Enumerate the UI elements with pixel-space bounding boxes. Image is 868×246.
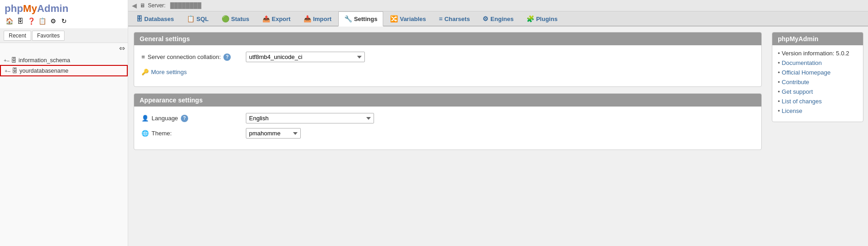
general-settings-body: ≡ Server connection collation: ? utf8mb4… [134,45,761,86]
tab-status-label: Status [231,16,250,22]
pma-homepage-item: Official Homepage [778,69,857,76]
theme-select[interactable]: pmahomme original metro [246,128,301,139]
key-icon: 🔑 [141,69,149,75]
theme-row: 🌐 Theme: pmahomme original metro [141,128,754,139]
tab-engines[interactable]: ⚙ Engines [477,11,520,26]
settings-tab-icon: 🔧 [344,15,352,22]
logo-admin: Admin [37,3,68,14]
right-panel: phpMyAdmin Version information: 5.0.2 Do… [767,27,868,246]
databases-tab-icon: 🗄 [136,15,142,22]
sidebar: phpMyAdmin 🏠 🗄 ❓ 📋 ⚙ ↻ Recent Favorites … [0,0,128,246]
import-tab-icon: 📥 [304,15,311,22]
appearance-settings-box: Appearance settings 👤 Language ? English… [134,93,762,150]
favorites-tab[interactable]: Favorites [32,31,65,41]
language-label: 👤 Language ? [141,115,242,122]
language-row: 👤 Language ? English Deutsch Français Es… [141,113,754,123]
status-tab-icon: 🟢 [222,15,229,22]
server-label: Server: [148,2,166,9]
tab-plugins-label: Plugins [536,16,558,22]
pma-changes-link[interactable]: List of changes [782,98,822,105]
db-icon[interactable]: 🗄 [16,16,25,26]
pma-info-box: phpMyAdmin Version information: 5.0.2 Do… [772,32,863,122]
more-settings-row: 🔑 More settings [141,67,754,75]
server-name: ████████ [168,2,203,9]
home-icon[interactable]: 🏠 [5,16,14,26]
db-name-yourdatabasename: yourdatabasename [20,68,69,74]
pma-version-item: Version information: 5.0.2 [778,50,857,57]
tab-export[interactable]: 📤 Export [256,11,297,26]
refresh-icon[interactable]: ↻ [60,16,69,26]
general-settings-header: General settings [134,32,761,45]
expand-icon-2: +– [5,68,11,74]
pma-contribute-item: Contribute [778,79,857,86]
pma-version-text: Version information: 5.0.2 [782,50,849,57]
db-name-information-schema: information_schema [19,57,71,64]
collation-select[interactable]: utf8mb4_unicode_ci utf8_general_ci latin… [246,52,365,62]
tab-import-label: Import [313,16,331,22]
language-select[interactable]: English Deutsch Français Español [246,113,374,123]
back-arrow-icon[interactable]: ◀ [132,2,137,9]
export-tab-icon: 📤 [262,15,270,22]
engines-tab-icon: ⚙ [483,15,488,22]
tab-settings-label: Settings [354,16,377,22]
tab-sql-label: SQL [196,16,209,22]
db-table-icon: 🗄 [11,57,17,64]
collapse-sidebar-icon[interactable]: ⇔ [0,43,128,53]
pma-info-list: Version information: 5.0.2 Documentation… [778,50,857,114]
topbar: ◀ 🖥 Server: ████████ [128,0,868,11]
tab-databases[interactable]: 🗄 Databases [130,11,180,26]
collation-label: ≡ Server connection collation: ? [141,53,242,61]
db-table-icon-2: 🗄 [12,67,18,74]
sql-tab-icon: 📋 [187,15,195,22]
theme-icon: 🌐 [141,130,149,137]
pma-support-link[interactable]: Get support [782,88,813,95]
pma-support-item: Get support [778,88,857,95]
tab-engines-label: Engines [490,16,514,22]
pma-changes-item: List of changes [778,98,857,105]
nav-tabs: 🗄 Databases 📋 SQL 🟢 Status 📤 Export 📥 Im… [128,11,868,27]
recent-tab[interactable]: Recent [4,31,31,41]
more-settings-link[interactable]: 🔑 More settings [141,69,187,75]
database-list: +– 🗄 information_schema +– 🗄 yourdatabas… [0,53,128,78]
pma-info-header: phpMyAdmin [772,32,863,45]
pma-info-body: Version information: 5.0.2 Documentation… [772,45,863,122]
tab-charsets[interactable]: ≡ Charsets [433,11,476,26]
main-panel: General settings ≡ Server connection col… [128,27,767,246]
theme-label: 🌐 Theme: [141,130,242,137]
tab-sql[interactable]: 📋 SQL [181,11,215,26]
tab-import[interactable]: 📥 Import [298,11,337,26]
tab-settings[interactable]: 🔧 Settings [338,11,383,27]
info-icon[interactable]: ❓ [27,16,36,26]
tab-databases-label: Databases [144,16,174,22]
tab-status[interactable]: 🟢 Status [216,11,255,26]
pma-documentation-link[interactable]: Documentation [782,59,822,66]
pma-license-link[interactable]: License [782,107,803,114]
logo-my: My [23,3,37,14]
sidebar-tabs: Recent Favorites [0,29,128,43]
tab-variables[interactable]: 🔀 Variables [384,11,432,26]
db-item-yourdatabasename[interactable]: +– 🗄 yourdatabasename [0,65,128,76]
settings-icon[interactable]: ⚙ [49,16,58,26]
pma-documentation-item: Documentation [778,59,857,66]
language-info-icon[interactable]: ? [181,115,188,122]
db-item-information-schema[interactable]: +– 🗄 information_schema [0,55,128,65]
expand-icon: +– [4,58,10,63]
tab-export-label: Export [272,16,291,22]
tab-variables-label: Variables [400,16,426,22]
logo-icons: 🏠 🗄 ❓ 📋 ⚙ ↻ [5,16,123,27]
appearance-settings-body: 👤 Language ? English Deutsch Français Es… [134,107,761,150]
general-settings-box: General settings ≡ Server connection col… [134,32,762,87]
server-icon: 🖥 [140,2,145,9]
collation-info-icon[interactable]: ? [223,53,231,61]
language-icon: 👤 [141,115,149,122]
collation-row: ≡ Server connection collation: ? utf8mb4… [141,52,754,62]
copy-icon[interactable]: 📋 [38,16,47,26]
variables-tab-icon: 🔀 [390,15,398,22]
appearance-settings-header: Appearance settings [134,94,761,107]
pma-homepage-link[interactable]: Official Homepage [782,69,831,76]
tab-plugins[interactable]: 🧩 Plugins [521,11,564,26]
logo-area: phpMyAdmin 🏠 🗄 ❓ 📋 ⚙ ↻ [0,0,128,29]
logo: phpMyAdmin [5,4,123,14]
plugins-tab-icon: 🧩 [526,15,534,22]
pma-contribute-link[interactable]: Contribute [782,79,809,86]
